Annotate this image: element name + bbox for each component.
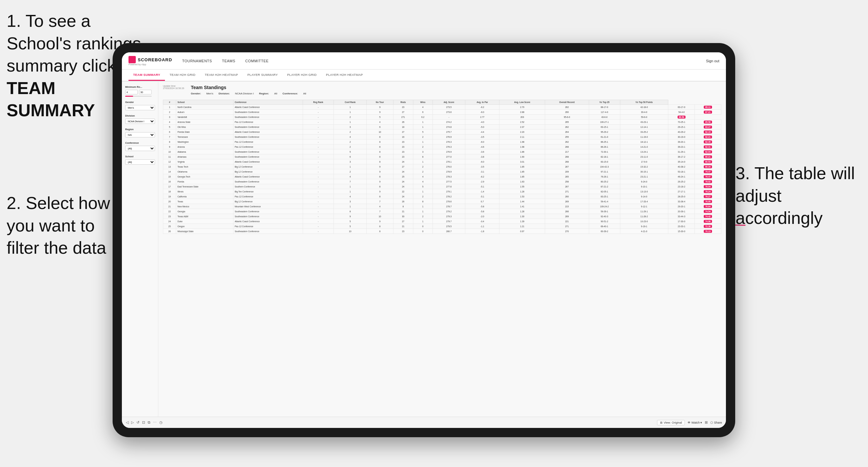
- table-cell: 72-30-1: [589, 149, 620, 154]
- table-cell: 54-4-0: [668, 110, 695, 115]
- table-cell: 8: [367, 145, 393, 149]
- logo-sub: Powered by clipp: [128, 63, 172, 66]
- table-cell: -: [303, 199, 334, 204]
- table-row[interactable]: 15Georgia TechAtlantic Coast Conference-…: [163, 174, 721, 179]
- table-cell: 24: [393, 194, 413, 199]
- toolbar-grid[interactable]: ⊞: [705, 420, 708, 425]
- table-row[interactable]: 4Arizona StatePac-12 Conference-14261274…: [163, 120, 721, 125]
- table-cell: -: [303, 194, 334, 199]
- table-cell: -6.0: [465, 139, 499, 145]
- tab-player-summary[interactable]: PLAYER SUMMARY: [243, 69, 282, 81]
- table-cell: 8: [413, 199, 433, 204]
- table-cell: 24: [163, 219, 176, 224]
- filter-rank-to[interactable]: [139, 90, 152, 94]
- table-cell: 26-25-2: [668, 179, 695, 184]
- rank-slider[interactable]: [125, 96, 152, 97]
- table-cell: 4: [413, 105, 433, 110]
- table-cell: -3.8: [465, 154, 499, 159]
- toolbar-back[interactable]: ◁: [126, 420, 128, 425]
- filter-rank-from[interactable]: [125, 90, 138, 94]
- table-row[interactable]: 18IllinoisBig Ten Conference-19221279.1-…: [163, 189, 721, 194]
- table-cell: Big 12 Conference: [233, 169, 303, 174]
- toolbar-refresh[interactable]: ↺: [136, 420, 140, 425]
- toolbar-more[interactable]: ⋯: [153, 420, 157, 425]
- tab-team-h2h-heatmap[interactable]: TEAM H2H HEATMAP: [200, 69, 243, 81]
- table-row[interactable]: 2AuburnSoutheastern Conference-19276273.…: [163, 110, 721, 115]
- table-row[interactable]: 1North CarolinaAtlantic Coast Conference…: [163, 105, 721, 110]
- filter-region-select[interactable]: N/A All East West: [125, 132, 155, 137]
- toolbar-share2[interactable]: ⊡: [142, 420, 145, 425]
- table-cell: 10-23-0: [620, 219, 668, 224]
- table-row[interactable]: 16FloridaSoutheastern Conference-7924427…: [163, 179, 721, 184]
- table-cell: 9: [367, 169, 393, 174]
- view-original-button[interactable]: ⊞ View: Original: [657, 420, 685, 425]
- table-row[interactable]: 5Ole MissSoutheastern Conference-3618127…: [163, 125, 721, 129]
- table-cell: Texas: [176, 199, 233, 204]
- share-button[interactable]: ⬡ Share: [710, 421, 722, 424]
- table-cell: 276.0: [433, 164, 465, 169]
- table-cell: 87.21: [695, 110, 721, 115]
- nav-teams[interactable]: TEAMS: [222, 58, 235, 64]
- table-cell: Washington: [176, 139, 233, 145]
- tab-team-summary[interactable]: TEAM SUMMARY: [128, 69, 165, 81]
- nav-committee[interactable]: COMMITTEE: [245, 58, 269, 64]
- filter-bar: Gender: Men's Division: NCAA Division I …: [191, 92, 306, 95]
- table-cell: 2.20: [499, 129, 545, 134]
- table-cell: 27: [393, 219, 413, 224]
- table-cell: Southeastern Conference: [233, 134, 303, 139]
- toolbar-forward[interactable]: ▷: [131, 420, 134, 425]
- table-row[interactable]: 19CaliforniaPac-12 Conference-48242278.2…: [163, 194, 721, 199]
- table-cell: -: [303, 145, 334, 149]
- table-cell: Arizona State: [176, 120, 233, 125]
- sign-out-button[interactable]: Sign out: [706, 59, 719, 63]
- filter-school-select[interactable]: (All): [125, 159, 155, 165]
- table-row[interactable]: 24DukeAtlantic Coast Conference-59271279…: [163, 219, 721, 224]
- table-cell: 80.53: [695, 159, 721, 164]
- table-row[interactable]: 8WashingtonPac-12 Conference-28231276.3-…: [163, 139, 721, 145]
- table-row[interactable]: 3VanderbiltSoutheastern Conference-25271…: [163, 115, 721, 120]
- standings-title: Team Standings: [191, 85, 306, 90]
- table-cell: 74.98: [695, 219, 721, 224]
- table-row[interactable]: 23Texas A&MSoutheastern Conference-91030…: [163, 214, 721, 219]
- col-conf-rank: Conf Rank: [334, 100, 367, 105]
- table-row[interactable]: 26Mississippi StateSoutheastern Conferen…: [163, 229, 721, 234]
- table-cell: -: [433, 115, 465, 120]
- table-row[interactable]: 22GeorgiaSoutheastern Conference-8721127…: [163, 209, 721, 214]
- table-cell: 1: [334, 120, 367, 125]
- table-cell: 109-24-2: [589, 204, 620, 209]
- filter-division-select[interactable]: NCAA Division I NCAA Division II NCAA Di…: [125, 119, 155, 124]
- table-cell: Pac-12 Conference: [233, 139, 303, 145]
- table-cell: 9-12-1: [620, 204, 668, 209]
- table-cell: 279.2: [433, 209, 465, 214]
- filter-conference-select[interactable]: (All): [125, 146, 155, 151]
- tab-player-h2h-grid[interactable]: PLAYER H2H GRID: [282, 69, 321, 81]
- table-cell: 3: [163, 115, 176, 120]
- table-cell: 279.1: [433, 189, 465, 194]
- table-row[interactable]: 25OregonPac-12 Conference-58210279.5-1.1…: [163, 224, 721, 229]
- table-row[interactable]: 10AlabamaSoutheastern Conference-5823327…: [163, 149, 721, 154]
- table-row[interactable]: 11ArkansasSoutheastern Conference-682382…: [163, 154, 721, 159]
- toolbar-clock[interactable]: ◷: [159, 420, 163, 425]
- tab-player-h2h-heatmap[interactable]: PLAYER H2H HEATMAP: [321, 69, 368, 81]
- filter-gender-select[interactable]: Men's Women's: [125, 105, 155, 110]
- tab-team-h2h-grid[interactable]: TEAM H2H GRID: [165, 69, 200, 81]
- table-cell: -: [303, 105, 334, 110]
- table-cell: 2: [413, 214, 433, 219]
- table-row[interactable]: 17East Tennessee StateSouthern Conferenc…: [163, 184, 721, 189]
- table-cell: 215: [545, 204, 589, 209]
- table-row[interactable]: 12VirginiaAtlantic Coast Conference-3824…: [163, 159, 721, 164]
- table-cell: 4: [413, 179, 433, 184]
- table-row[interactable]: 14OklahomaBig 12 Conference-29242278.9-3…: [163, 169, 721, 174]
- table-row[interactable]: 6Florida StateAtlantic Coast Conference-…: [163, 129, 721, 134]
- watch-button[interactable]: 👁 Watch ▾: [687, 421, 702, 424]
- table-cell: Texas Tech: [176, 164, 233, 169]
- table-row[interactable]: 7TennesseeSoutheastern Conference-481622…: [163, 134, 721, 139]
- table-cell: 86-25-1: [589, 139, 620, 145]
- table-row[interactable]: 20TexasBig 12 Conference-37268278.60.71.…: [163, 199, 721, 204]
- toolbar-copy[interactable]: ⧉: [148, 420, 150, 425]
- table-cell: 260: [545, 110, 589, 115]
- nav-tournaments[interactable]: TOURNAMENTS: [182, 58, 212, 64]
- table-row[interactable]: 9ArizonaPac-12 Conference-28232276.3-4.6…: [163, 145, 721, 149]
- table-row[interactable]: 13Texas TechBig 12 Conference-19272276.0…: [163, 164, 721, 169]
- table-row[interactable]: 21New MexicoMountain West Conference-148…: [163, 204, 721, 209]
